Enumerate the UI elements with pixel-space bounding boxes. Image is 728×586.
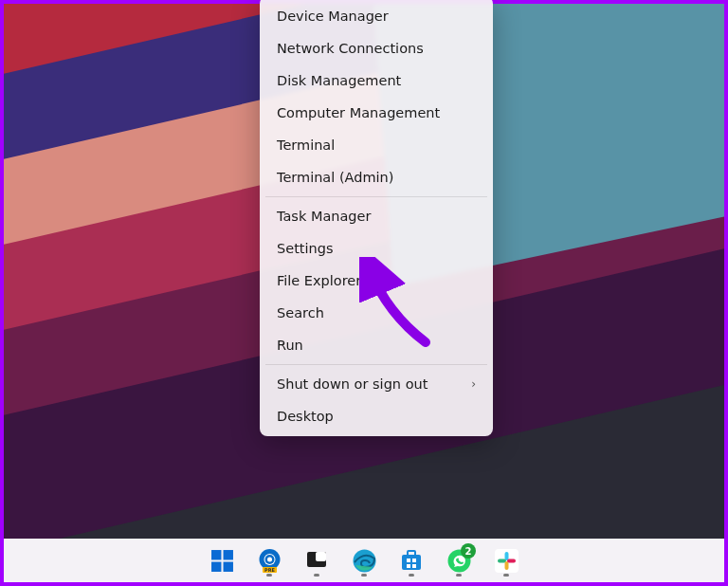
chevron-right-icon: › bbox=[471, 377, 476, 391]
svg-rect-15 bbox=[407, 559, 410, 562]
menu-item-terminal-admin[interactable]: Terminal (Admin) bbox=[264, 161, 489, 193]
taskbar-running-indicator bbox=[456, 574, 462, 577]
taskbar-edge[interactable] bbox=[345, 541, 383, 579]
store-icon bbox=[399, 548, 425, 574]
taskbar-slack[interactable] bbox=[487, 541, 525, 579]
svg-rect-1 bbox=[223, 550, 232, 559]
slack-icon bbox=[494, 548, 519, 574]
taskbar-running-indicator bbox=[266, 574, 272, 577]
menu-item-label: File Explorer bbox=[277, 273, 361, 288]
svg-rect-21 bbox=[504, 552, 508, 560]
menu-item-terminal[interactable]: Terminal bbox=[264, 129, 489, 161]
taskbar-task-view[interactable] bbox=[298, 541, 336, 579]
menu-item-run[interactable]: Run bbox=[264, 329, 489, 361]
svg-rect-14 bbox=[408, 551, 415, 556]
menu-item-task-manager[interactable]: Task Manager bbox=[264, 200, 489, 232]
taskbar: PRE bbox=[4, 539, 724, 582]
taskbar-running-indicator bbox=[361, 574, 367, 577]
start-button[interactable] bbox=[203, 541, 241, 579]
menu-item-label: Device Manager bbox=[277, 9, 389, 24]
menu-item-shutdown-signout[interactable]: Shut down or sign out › bbox=[264, 368, 489, 400]
svg-rect-18 bbox=[412, 564, 416, 568]
menu-item-label: Computer Management bbox=[277, 105, 440, 120]
taskbar-outlook-preview[interactable]: PRE bbox=[250, 541, 288, 579]
menu-item-label: Network Connections bbox=[277, 41, 424, 56]
menu-item-label: Desktop bbox=[277, 409, 334, 424]
notification-badge: 2 bbox=[461, 543, 476, 559]
menu-item-label: Shut down or sign out bbox=[277, 376, 428, 392]
menu-item-label: Terminal bbox=[277, 137, 335, 153]
menu-item-label: Terminal (Admin) bbox=[277, 170, 393, 185]
menu-item-label: Task Manager bbox=[277, 209, 371, 224]
taskbar-running-indicator bbox=[503, 574, 509, 577]
svg-rect-11 bbox=[316, 552, 326, 561]
menu-separator bbox=[265, 196, 487, 197]
taskbar-whatsapp[interactable]: 2 bbox=[440, 541, 478, 579]
menu-item-file-explorer[interactable]: File Explorer bbox=[264, 265, 489, 297]
task-view-icon bbox=[304, 548, 330, 574]
menu-item-label: Run bbox=[277, 338, 303, 353]
menu-item-label: Search bbox=[277, 305, 324, 320]
svg-rect-0 bbox=[211, 550, 221, 559]
svg-rect-17 bbox=[407, 564, 410, 568]
menu-item-search[interactable]: Search bbox=[264, 297, 489, 329]
menu-item-disk-management[interactable]: Disk Management bbox=[264, 64, 489, 97]
windows-logo-icon bbox=[209, 548, 235, 574]
menu-separator bbox=[265, 364, 487, 365]
menu-item-device-manager[interactable]: Device Manager bbox=[264, 0, 489, 32]
svg-rect-3 bbox=[223, 561, 232, 571]
menu-item-label: Settings bbox=[277, 241, 333, 256]
svg-rect-13 bbox=[402, 555, 421, 570]
svg-rect-23 bbox=[504, 561, 508, 570]
menu-item-computer-management[interactable]: Computer Management bbox=[264, 97, 489, 129]
menu-item-desktop[interactable]: Desktop bbox=[264, 400, 489, 432]
menu-item-network-connections[interactable]: Network Connections bbox=[264, 32, 489, 64]
menu-item-settings[interactable]: Settings bbox=[264, 232, 489, 265]
winx-context-menu: Device Manager Network Connections Disk … bbox=[260, 0, 493, 436]
svg-rect-22 bbox=[498, 559, 506, 562]
svg-rect-2 bbox=[211, 561, 221, 571]
svg-point-7 bbox=[267, 557, 272, 561]
taskbar-running-indicator bbox=[314, 574, 319, 577]
taskbar-microsoft-store[interactable] bbox=[392, 541, 430, 579]
taskbar-running-indicator bbox=[409, 574, 414, 577]
edge-icon bbox=[352, 548, 377, 574]
svg-rect-16 bbox=[412, 559, 416, 562]
desktop-viewport: Device Manager Network Connections Disk … bbox=[0, 0, 728, 586]
svg-rect-24 bbox=[507, 559, 516, 562]
outlook-icon: PRE bbox=[257, 548, 282, 574]
svg-text:PRE: PRE bbox=[264, 567, 276, 573]
menu-item-label: Disk Management bbox=[277, 73, 401, 88]
